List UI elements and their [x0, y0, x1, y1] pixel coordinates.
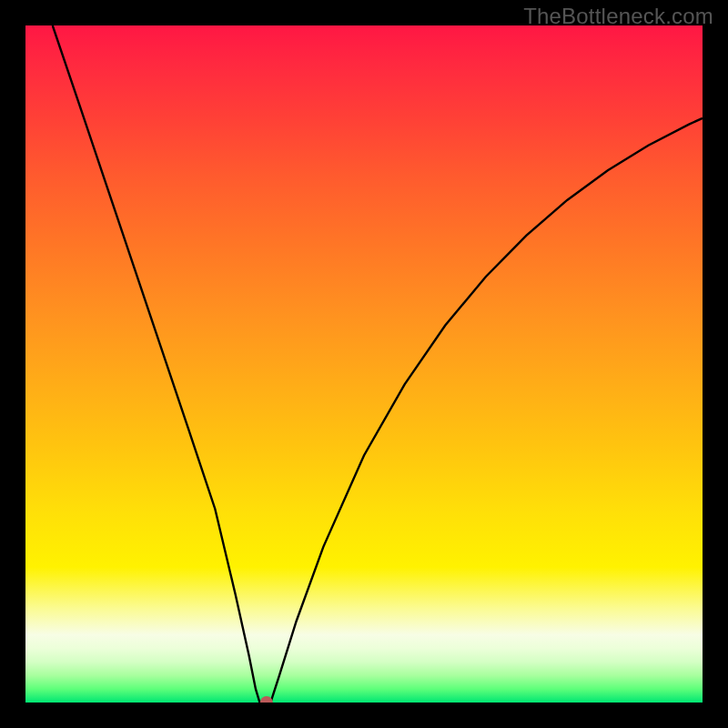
chart-frame: [25, 25, 703, 703]
plot-area: [25, 25, 703, 703]
background-gradient: [25, 25, 703, 703]
watermark-text: TheBottleneck.com: [523, 4, 713, 29]
